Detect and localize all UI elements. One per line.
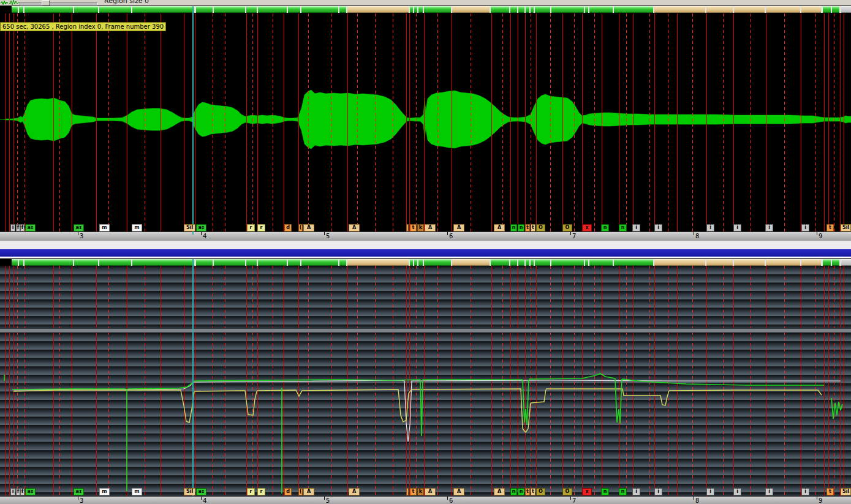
- segment-block[interactable]: [301, 6, 338, 13]
- boundary-line[interactable]: [815, 13, 815, 231]
- phoneme-label[interactable]: A: [494, 224, 505, 231]
- phoneme-label[interactable]: A: [303, 224, 314, 231]
- phoneme-label[interactable]: k: [417, 224, 424, 231]
- phoneme-label[interactable]: aɪ: [25, 488, 36, 495]
- phoneme-label[interactable]: i: [706, 224, 714, 231]
- segment-block[interactable]: [531, 6, 534, 13]
- phoneme-label[interactable]: x: [582, 224, 592, 231]
- boundary-line[interactable]: [654, 13, 655, 231]
- phoneme-label[interactable]: i: [765, 488, 773, 495]
- phoneme-label[interactable]: d: [284, 488, 292, 495]
- phoneme-label[interactable]: Sil: [184, 488, 195, 495]
- segment-block[interactable]: [452, 259, 490, 266]
- segment-block[interactable]: [74, 259, 98, 266]
- segment-block[interactable]: [301, 259, 338, 266]
- phoneme-label[interactable]: i: [706, 488, 714, 495]
- phoneme-label[interactable]: t: [410, 488, 417, 495]
- segment-block[interactable]: [526, 6, 529, 13]
- boundary-line[interactable]: [801, 13, 801, 231]
- segment-block[interactable]: [258, 6, 287, 13]
- boundary-line[interactable]: [409, 13, 410, 231]
- segment-block[interactable]: [410, 6, 413, 13]
- segment-block[interactable]: [19, 6, 23, 13]
- segment-block[interactable]: [766, 259, 800, 266]
- boundary-line[interactable]: [357, 13, 358, 231]
- boundary-line[interactable]: [491, 13, 492, 231]
- segment-block[interactable]: [99, 259, 131, 266]
- boundary-line[interactable]: [284, 13, 284, 231]
- phoneme-label[interactable]: aɪ: [74, 488, 84, 495]
- segment-block[interactable]: [535, 259, 550, 266]
- boundary-line[interactable]: [692, 13, 693, 231]
- segment-block[interactable]: [841, 259, 851, 266]
- phoneme-label[interactable]: i: [654, 224, 662, 231]
- segment-block[interactable]: [706, 6, 733, 13]
- scroll-slider-thumb[interactable]: [42, 0, 50, 6]
- segment-block[interactable]: [551, 6, 584, 13]
- phoneme-label[interactable]: Sil: [184, 224, 195, 231]
- phoneme-label[interactable]: i: [733, 488, 741, 495]
- phoneme-label[interactable]: n: [601, 488, 609, 495]
- segment-block[interactable]: [288, 259, 300, 266]
- phoneme-label[interactable]: d: [284, 224, 292, 231]
- boundary-line[interactable]: [225, 13, 225, 231]
- segment-block[interactable]: [258, 259, 287, 266]
- segment-block[interactable]: [418, 6, 423, 13]
- phoneme-label[interactable]: n: [518, 488, 524, 495]
- waveform-zoom-icon[interactable]: [9, 0, 20, 6]
- phoneme-label[interactable]: A: [453, 488, 464, 495]
- phoneme-label[interactable]: k: [417, 488, 424, 495]
- phoneme-label[interactable]: Sil: [841, 224, 851, 231]
- boundary-line[interactable]: [331, 13, 331, 231]
- segment-block[interactable]: [99, 6, 131, 13]
- playback-cursor[interactable]: [192, 6, 194, 235]
- boundary-line[interactable]: [257, 13, 258, 231]
- boundary-line[interactable]: [766, 13, 766, 231]
- boundary-line[interactable]: [574, 13, 575, 231]
- segment-block[interactable]: [19, 259, 23, 266]
- phoneme-label[interactable]: O: [536, 488, 545, 495]
- boundary-line[interactable]: [213, 13, 213, 231]
- segment-block[interactable]: [832, 6, 839, 13]
- boundary-line[interactable]: [824, 13, 825, 231]
- phoneme-label[interactable]: aɪ: [25, 224, 36, 231]
- boundary-line[interactable]: [706, 13, 707, 231]
- segment-block[interactable]: [196, 259, 213, 266]
- segment-block[interactable]: [510, 6, 517, 13]
- boundary-line[interactable]: [17, 13, 18, 231]
- boundary-line[interactable]: [502, 13, 503, 231]
- boundary-line[interactable]: [536, 13, 537, 231]
- phoneme-label[interactable]: m: [99, 488, 110, 495]
- boundary-line[interactable]: [298, 13, 299, 231]
- phoneme-label[interactable]: i: [801, 224, 809, 231]
- phoneme-label[interactable]: i: [10, 224, 15, 231]
- phoneme-label[interactable]: (: [298, 488, 303, 495]
- phoneme-label[interactable]: m: [132, 488, 142, 495]
- phoneme-label[interactable]: i: [654, 488, 662, 495]
- phoneme-label[interactable]: t: [826, 488, 834, 495]
- phoneme-label[interactable]: n: [510, 488, 517, 495]
- phoneme-label[interactable]: O: [536, 224, 545, 231]
- phoneme-label[interactable]: t: [410, 224, 417, 231]
- phoneme-label[interactable]: x: [582, 488, 592, 495]
- boundary-line[interactable]: [733, 13, 734, 231]
- playback-cursor[interactable]: [192, 259, 194, 496]
- segment-block[interactable]: [832, 259, 839, 266]
- segment-block[interactable]: [491, 259, 509, 266]
- segment-block[interactable]: [347, 259, 409, 266]
- segment-block[interactable]: [766, 6, 800, 13]
- phoneme-label[interactable]: r: [247, 224, 255, 231]
- boundary-line[interactable]: [424, 13, 425, 231]
- phoneme-label[interactable]: [406, 488, 409, 495]
- phoneme-label[interactable]: Sil: [841, 488, 851, 495]
- boundary-line[interactable]: [452, 13, 452, 231]
- phoneme-label[interactable]: (: [298, 224, 303, 231]
- segment-block[interactable]: [339, 259, 346, 266]
- segment-block[interactable]: [654, 6, 705, 13]
- segment-block[interactable]: [706, 259, 733, 266]
- boundary-line[interactable]: [828, 13, 829, 231]
- boundary-line[interactable]: [834, 13, 834, 231]
- segment-block[interactable]: [823, 259, 831, 266]
- phoneme-label[interactable]: A: [425, 224, 436, 231]
- boundary-line[interactable]: [393, 13, 393, 231]
